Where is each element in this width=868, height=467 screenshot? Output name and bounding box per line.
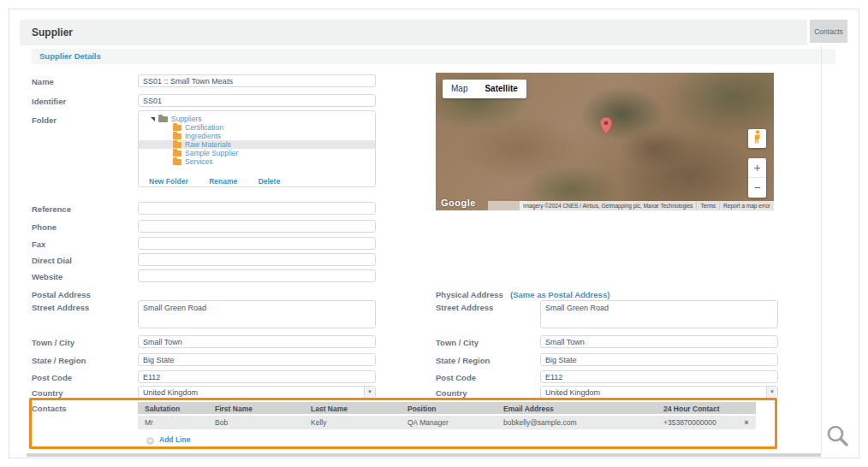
new-folder-link[interactable]: New Folder (149, 177, 188, 186)
physical-postcode-row: Post Code (436, 370, 787, 384)
physical-town-input[interactable] (540, 335, 778, 348)
map-marker-icon[interactable] (600, 117, 612, 138)
folder-icon (173, 151, 181, 157)
street-view-pegman-icon[interactable] (748, 129, 766, 148)
physical-country-label: Country (436, 388, 467, 398)
postal-country-label: Country (32, 388, 62, 398)
map-attribution: Imagery ©2024 CNES / Airbus, Getmapping … (520, 201, 774, 210)
same-as-postal-link[interactable]: (Same as Postal Address) (510, 290, 609, 299)
fax-input[interactable] (138, 237, 376, 250)
reference-row: Reference (32, 202, 384, 216)
col-email: Email Address (496, 402, 657, 416)
physical-address-heading: Physical Address (436, 290, 503, 299)
tab-supplier-details[interactable]: Supplier Details (39, 49, 101, 64)
folder-icon (173, 125, 181, 131)
postal-town-label: Town / City (32, 338, 74, 347)
location-map[interactable]: Map Satellite + − Google Imagery ©2024 C… (436, 73, 774, 210)
identifier-label: Identifier (32, 97, 66, 106)
add-line-button[interactable]: +Add Line (146, 434, 190, 446)
physical-postcode-input[interactable] (540, 370, 778, 383)
postal-address-heading: Postal Address (32, 290, 91, 299)
folder-actions: New Folder Rename Delete (149, 177, 299, 186)
identifier-input[interactable] (138, 94, 376, 107)
name-label: Name (32, 77, 54, 86)
satellite-view-button[interactable]: Satellite (476, 80, 526, 98)
horizontal-scrollbar[interactable] (27, 453, 821, 457)
page-header: Supplier (20, 20, 807, 45)
postal-country-select[interactable]: United Kingdom ▾ (138, 386, 376, 399)
direct-dial-input[interactable] (138, 253, 376, 266)
physical-street-label: Street Address (436, 303, 493, 312)
zoom-in-button[interactable]: + (748, 158, 766, 178)
postal-street-row: Street Address Small Green Road (32, 300, 384, 314)
name-row: Name (32, 74, 384, 88)
plus-icon: + (146, 437, 154, 445)
identifier-row: Identifier (32, 94, 384, 108)
tree-node-raw-materials[interactable]: Raw Materials (139, 140, 375, 149)
phone-input[interactable] (138, 220, 376, 233)
cell-24hr-contact[interactable]: +353870000000 (657, 416, 737, 429)
reference-label: Reference (32, 204, 71, 214)
chevron-down-icon: ▾ (766, 387, 777, 398)
map-view-button[interactable]: Map (443, 80, 476, 98)
folder-tree: Suppliers Certification Ingredients Raw … (138, 110, 376, 187)
tree-node-certification[interactable]: Certification (139, 123, 375, 132)
contacts-button[interactable]: Contacts (810, 20, 847, 43)
col-24hr-contact: 24 Hour Contact (657, 402, 737, 416)
postal-postcode-input[interactable] (138, 370, 376, 383)
postal-state-label: State / Region (32, 356, 86, 365)
map-zoom-control: + − (748, 158, 766, 198)
name-input[interactable] (138, 74, 376, 87)
cell-first-name[interactable]: Bob (208, 416, 304, 429)
folder-icon (173, 159, 181, 165)
direct-dial-row: Direct Dial (32, 253, 384, 267)
cell-last-name[interactable]: Kelly (304, 416, 401, 429)
physical-country-select[interactable]: United Kingdom ▾ (540, 386, 778, 399)
col-salutation: Salutation (138, 402, 208, 416)
direct-dial-label: Direct Dial (32, 256, 72, 265)
physical-state-label: State / Region (436, 356, 490, 365)
cell-position[interactable]: QA Manager (401, 416, 496, 429)
col-actions (737, 402, 756, 416)
cell-email[interactable]: bobkelly@sample.com (496, 416, 657, 429)
physical-town-label: Town / City (436, 338, 479, 347)
physical-state-row: State / Region (436, 353, 787, 367)
postal-postcode-row: Post Code (32, 370, 384, 384)
page-title: Supplier (32, 20, 73, 45)
postal-town-input[interactable] (138, 335, 376, 348)
rename-link[interactable]: Rename (209, 177, 237, 186)
zoom-out-button[interactable]: − (748, 178, 766, 198)
terms-link[interactable]: Terms (696, 201, 719, 210)
postal-state-input[interactable] (138, 353, 376, 366)
postal-street-textarea[interactable]: Small Green Road (138, 300, 376, 328)
postal-postcode-label: Post Code (32, 373, 72, 382)
folder-label: Folder (32, 115, 56, 125)
col-last-name: Last Name (304, 402, 401, 416)
contact-row: Mr Bob Kelly QA Manager bobkelly@sample.… (138, 416, 756, 429)
tree-node-sample-supplier[interactable]: Sample Supplier (139, 149, 375, 157)
supplier-page-card: Supplier Contacts Supplier Details Name … (9, 9, 859, 458)
col-first-name: First Name (208, 402, 304, 416)
col-position: Position (401, 402, 496, 416)
google-logo: Google (441, 198, 476, 208)
delete-link[interactable]: Delete (259, 177, 281, 186)
tree-node-ingredients[interactable]: Ingredients (139, 132, 375, 140)
tree-node-suppliers[interactable]: Suppliers (151, 115, 375, 123)
physical-street-row: Street Address Small Green Road (436, 300, 787, 314)
folder-icon (173, 142, 181, 148)
delete-row-icon[interactable]: × (737, 416, 756, 429)
fax-row: Fax (32, 237, 384, 251)
tree-node-services[interactable]: Services (139, 157, 375, 166)
website-input[interactable] (138, 269, 376, 282)
postal-street-label: Street Address (32, 303, 89, 312)
reference-input[interactable] (138, 202, 376, 215)
contacts-table: Salutation First Name Last Name Position… (138, 402, 756, 429)
folder-icon (173, 133, 181, 139)
report-map-error-link[interactable]: Report a map error (719, 201, 774, 210)
physical-postcode-label: Post Code (436, 373, 476, 382)
tree-expander-icon[interactable] (151, 117, 155, 121)
cell-salutation[interactable]: Mr (138, 416, 208, 429)
physical-state-input[interactable] (540, 353, 778, 366)
search-icon[interactable] (824, 423, 850, 449)
physical-street-textarea[interactable]: Small Green Road (540, 300, 778, 328)
